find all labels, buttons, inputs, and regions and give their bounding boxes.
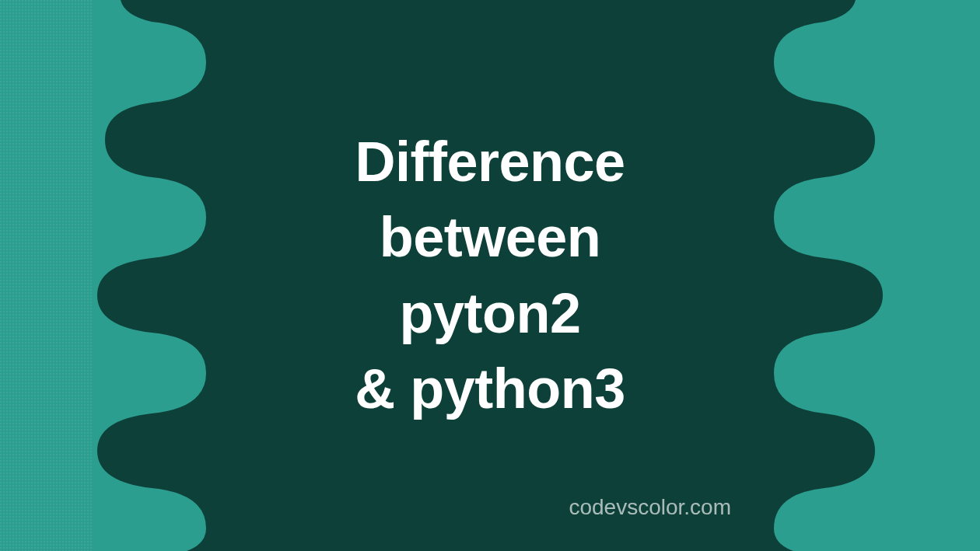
banner-title: Difference between pyton2 & python3 [355, 124, 625, 427]
title-line-2: between [380, 206, 601, 268]
watermark-text: codevscolor.com [569, 495, 731, 520]
banner-container: Difference between pyton2 & python3 code… [0, 0, 980, 551]
content-area: Difference between pyton2 & python3 [0, 0, 980, 551]
title-line-3: pyton2 [399, 282, 580, 344]
title-line-1: Difference [355, 131, 625, 193]
title-line-4: & python3 [355, 357, 625, 420]
